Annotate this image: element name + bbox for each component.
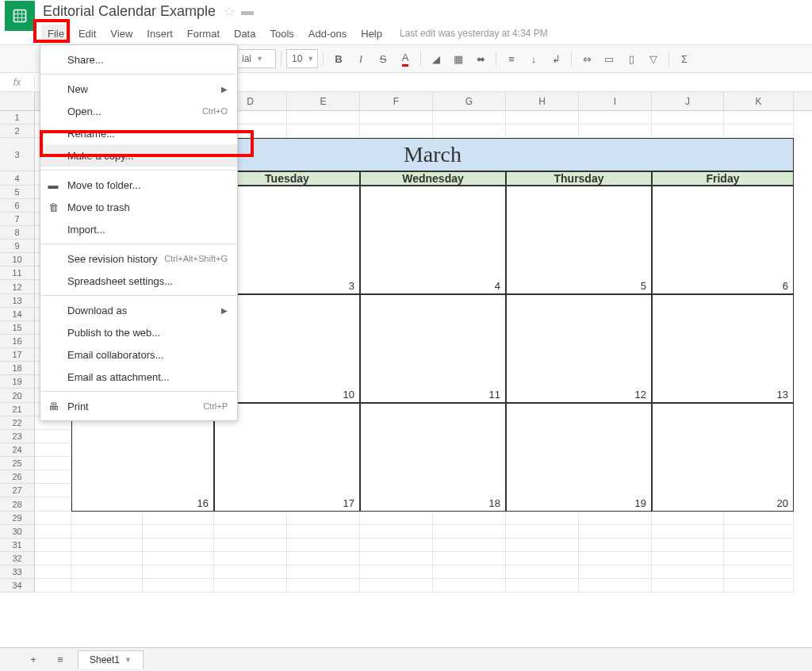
row-header[interactable]: 11 (0, 266, 34, 280)
row-header[interactable]: 26 (0, 470, 34, 484)
sheet-menu-arrow-icon[interactable]: ▼ (124, 656, 132, 664)
row-header[interactable]: 23 (0, 430, 34, 443)
row-header[interactable]: 3 (0, 138, 34, 171)
calendar-cell[interactable]: 11 (360, 294, 506, 403)
row-header[interactable]: 18 (0, 362, 34, 375)
bold-button[interactable]: B (328, 48, 349, 69)
menu-help[interactable]: Help (354, 25, 389, 43)
file-download[interactable]: Download as▶ (40, 299, 237, 321)
row-header[interactable]: 15 (0, 321, 34, 335)
all-sheets-button[interactable]: ≡ (51, 650, 70, 669)
calendar-cell[interactable]: 12 (506, 294, 652, 403)
file-email-collab[interactable]: Email collaborators... (40, 343, 237, 366)
row-header[interactable]: 27 (0, 484, 34, 497)
menu-file[interactable]: File (41, 25, 71, 43)
row-header[interactable]: 20 (0, 389, 34, 403)
fill-color-button[interactable]: ◢ (426, 48, 446, 69)
text-color-button[interactable]: A (395, 48, 416, 69)
v-align-button[interactable]: ↓ (523, 48, 544, 69)
column-header[interactable]: G (433, 92, 506, 110)
font-size-picker[interactable]: 10▼ (286, 49, 318, 68)
file-move-trash[interactable]: 🗑Move to trash (40, 196, 237, 218)
row-header[interactable]: 34 (0, 579, 34, 592)
calendar-cell[interactable]: 13 (652, 294, 794, 403)
menu-insert[interactable]: Insert (140, 25, 179, 43)
row-header[interactable]: 6 (0, 199, 34, 213)
merge-button[interactable]: ⬌ (470, 48, 491, 69)
row-header[interactable]: 13 (0, 294, 34, 308)
row-header[interactable]: 30 (0, 525, 34, 539)
row-header[interactable]: 17 (0, 348, 34, 362)
row-header[interactable]: 10 (0, 253, 34, 266)
file-move-folder[interactable]: ▬Move to folder... (40, 174, 237, 196)
folder-icon[interactable]: ▬ (241, 4, 254, 18)
strike-button[interactable]: S (373, 48, 393, 69)
calendar-cell[interactable]: 20 (652, 403, 794, 512)
last-edit-text[interactable]: Last edit was yesterday at 4:34 PM (400, 28, 548, 39)
row-header[interactable]: 12 (0, 280, 34, 294)
chart-button[interactable]: ▯ (621, 48, 642, 69)
column-header[interactable]: I (579, 92, 652, 110)
file-publish[interactable]: Publish to the web... (40, 321, 237, 343)
column-header[interactable]: H (506, 92, 579, 110)
menu-tools[interactable]: Tools (263, 25, 300, 43)
file-settings[interactable]: Spreadsheet settings... (40, 270, 237, 292)
row-header[interactable]: 33 (0, 566, 34, 579)
select-all-corner[interactable] (0, 92, 35, 110)
calendar-cell[interactable]: 18 (360, 403, 506, 512)
borders-button[interactable]: ▦ (448, 48, 469, 69)
h-align-button[interactable]: ≡ (501, 48, 522, 69)
file-print[interactable]: 🖶PrintCtrl+P (40, 395, 237, 417)
comment-button[interactable]: ▭ (599, 48, 619, 69)
italic-button[interactable]: I (350, 48, 371, 69)
row-header[interactable]: 31 (0, 539, 34, 552)
calendar-cell[interactable]: 6 (652, 186, 794, 294)
row-header[interactable]: 22 (0, 416, 34, 430)
row-header[interactable]: 4 (0, 171, 34, 186)
functions-button[interactable]: Σ (674, 48, 695, 69)
row-header[interactable]: 32 (0, 552, 34, 566)
menu-addons[interactable]: Add-ons (302, 25, 353, 43)
file-make-copy[interactable]: Make a copy... (40, 144, 237, 167)
file-open[interactable]: Open...Ctrl+O (40, 100, 237, 122)
font-picker[interactable]: ial▼ (236, 49, 276, 68)
row-header[interactable]: 25 (0, 457, 34, 470)
calendar-day-wednesday[interactable]: Wednesday (360, 171, 506, 186)
row-header[interactable]: 5 (0, 186, 34, 199)
file-revision-history[interactable]: See revision historyCtrl+Alt+Shift+G (40, 247, 237, 270)
file-rename[interactable]: Rename... (40, 122, 237, 144)
column-header[interactable]: J (652, 92, 724, 110)
file-import[interactable]: Import... (40, 218, 237, 240)
filter-button[interactable]: ▽ (643, 48, 664, 69)
row-header[interactable]: 8 (0, 226, 34, 240)
file-new[interactable]: New▶ (40, 78, 237, 100)
sheet-tab[interactable]: Sheet1▼ (78, 650, 144, 669)
wrap-button[interactable]: ↲ (546, 48, 566, 69)
menu-format[interactable]: Format (181, 25, 226, 43)
file-email-attach[interactable]: Email as attachment... (40, 366, 237, 388)
row-header[interactable]: 7 (0, 213, 34, 226)
calendar-day-thursday[interactable]: Thursday (506, 171, 652, 186)
document-title[interactable]: Editorial Calendar Example (43, 3, 216, 20)
row-header[interactable]: 1 (0, 111, 34, 125)
row-header[interactable]: 19 (0, 375, 34, 389)
calendar-cell[interactable]: 5 (506, 186, 652, 294)
add-sheet-button[interactable]: + (24, 650, 43, 669)
row-header[interactable]: 9 (0, 240, 34, 253)
menu-view[interactable]: View (104, 25, 139, 43)
column-header[interactable]: E (287, 92, 360, 110)
row-header[interactable]: 24 (0, 443, 34, 457)
calendar-cell[interactable]: 4 (360, 186, 506, 294)
column-header[interactable]: F (360, 92, 433, 110)
file-share[interactable]: Share... (40, 48, 237, 71)
row-header[interactable]: 14 (0, 308, 34, 321)
link-button[interactable]: ⇔ (576, 48, 597, 69)
menu-data[interactable]: Data (228, 25, 262, 43)
menu-edit[interactable]: Edit (72, 25, 102, 43)
row-header[interactable]: 2 (0, 125, 34, 138)
sheets-logo[interactable] (5, 1, 35, 31)
column-header[interactable]: K (724, 92, 794, 110)
row-header[interactable]: 29 (0, 512, 34, 525)
row-header[interactable]: 28 (0, 497, 34, 512)
row-header[interactable]: 16 (0, 335, 34, 348)
